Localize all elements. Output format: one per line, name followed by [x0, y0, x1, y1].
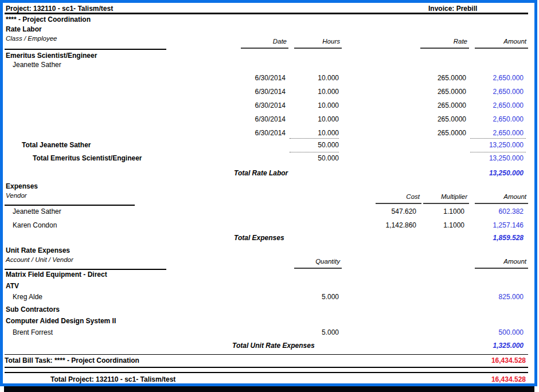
expense-vendor: Jeanette Sather	[13, 207, 61, 215]
expense-cost: 547.620	[365, 207, 416, 215]
rate-labor-total-amount: 13,250.000	[456, 169, 524, 177]
labor-class-name: Emeritus Scientist/Engineer	[6, 52, 97, 60]
subtotal-dotted-rule	[290, 138, 339, 139]
expense-amount: 602.382	[456, 207, 524, 215]
labor-amount: 2,650.000	[456, 129, 524, 137]
unit-rate-rule	[5, 269, 166, 270]
column-header-rate: Rate	[420, 38, 469, 49]
labor-hours: 10.000	[288, 88, 339, 96]
labor-date: 6/30/2014	[234, 88, 286, 96]
project-total-amount: 16,434.528	[457, 375, 526, 383]
labor-hours: 10.000	[288, 101, 339, 109]
unit-rate-total-amount: 1,325.000	[456, 342, 524, 350]
expenses-title: Expenses	[6, 182, 38, 190]
labor-date: 6/30/2014	[234, 129, 286, 137]
unit-account-name: Matrix Field Equipment - Direct	[6, 271, 107, 279]
unit-amount: 825.000	[456, 293, 524, 301]
expenses-total-amount: 1,859.528	[456, 234, 524, 242]
expenses-total-label: Total Expenses	[234, 234, 284, 242]
double-rule-top	[5, 367, 528, 368]
employee-total-label: Total Jeanette Sather	[22, 141, 91, 149]
subtotal-dotted-rule	[470, 138, 526, 139]
labor-amount: 2,650.000	[456, 74, 524, 82]
labor-date: 6/30/2014	[234, 101, 286, 109]
unit-vendor: Kreg Alde	[13, 293, 42, 301]
class-total-label: Total Emeritus Scientist/Engineer	[33, 154, 142, 162]
subtotal-dotted-rule	[470, 152, 526, 152]
labor-hours: 10.000	[288, 115, 339, 123]
class-total-amount: 13,250.000	[456, 154, 524, 162]
project-total-label: Total Project: 132110 - sc1- Talism/test	[50, 375, 175, 383]
unit-rate-group-label: Account / Unit / Vendor	[6, 256, 73, 264]
employee-total-amount: 13,250.000	[456, 141, 524, 149]
rate-labor-group-label: Class / Employee	[6, 34, 57, 42]
column-header-amount: Amount	[475, 38, 528, 49]
subtotal-dotted-rule	[290, 152, 339, 152]
unit-name: Computer Aided Design System II	[6, 317, 116, 325]
employee-total-hours: 50.000	[288, 141, 339, 149]
header-rule	[5, 13, 528, 14]
expenses-group-label: Vendor	[6, 191, 27, 199]
labor-date: 6/30/2014	[234, 74, 286, 82]
unit-name: ATV	[6, 282, 19, 290]
invoice-header: Invoice: Prebill	[428, 5, 477, 13]
unit-vendor: Brent Forrest	[13, 328, 53, 336]
column-header-quantity: Quantity	[294, 258, 342, 269]
labor-amount: 2,650.000	[456, 101, 524, 109]
labor-amount: 2,650.000	[456, 88, 524, 96]
rate-labor-title: Rate Labor	[6, 25, 42, 33]
labor-employee-name: Jeanette Sather	[13, 61, 61, 69]
screenshot-root: Project: 132110 - sc1- Talism/test Invoi…	[0, 0, 539, 392]
expense-vendor: Karen Condon	[13, 221, 57, 229]
prebill-report: Project: 132110 - sc1- Talism/test Invoi…	[0, 0, 539, 392]
unit-quantity: 5.000	[288, 293, 339, 301]
column-header-amount: Amount	[475, 193, 528, 204]
unit-amount: 500.000	[456, 328, 524, 336]
column-header-date: Date	[241, 38, 288, 49]
expenses-rule	[5, 205, 135, 206]
bill-task-title: **** - Project Coordination	[6, 15, 91, 23]
expense-cost: 1,142.860	[365, 221, 416, 229]
labor-hours: 10.000	[288, 74, 339, 82]
bill-task-top-rule	[5, 354, 528, 355]
unit-account-name: Sub Contractors	[6, 305, 60, 313]
labor-date: 6/30/2014	[234, 115, 286, 123]
column-header-multiplier: Multiplier	[423, 193, 469, 204]
unit-rate-total-label: Total Unit Rate Expenses	[232, 342, 315, 350]
labor-amount: 2,650.000	[456, 115, 524, 123]
bill-task-total-amount: 16,434.528	[457, 356, 526, 364]
double-rule-bottom	[5, 372, 528, 373]
bill-task-total-label: Total Bill Task: **** - Project Coordina…	[5, 356, 139, 364]
unit-quantity: 5.000	[288, 328, 339, 336]
labor-hours: 10.000	[288, 129, 339, 137]
column-header-amount: Amount	[475, 258, 528, 269]
rate-labor-rule	[5, 49, 166, 50]
project-header: Project: 132110 - sc1- Talism/test	[6, 5, 113, 13]
unit-rate-title: Unit Rate Expenses	[6, 246, 70, 254]
expense-amount: 1,257.146	[456, 221, 524, 229]
column-header-cost: Cost	[376, 193, 421, 204]
rate-labor-total-label: Total Rate Labor	[234, 169, 288, 177]
column-header-hours: Hours	[294, 38, 342, 49]
class-total-hours: 50.000	[288, 154, 339, 162]
